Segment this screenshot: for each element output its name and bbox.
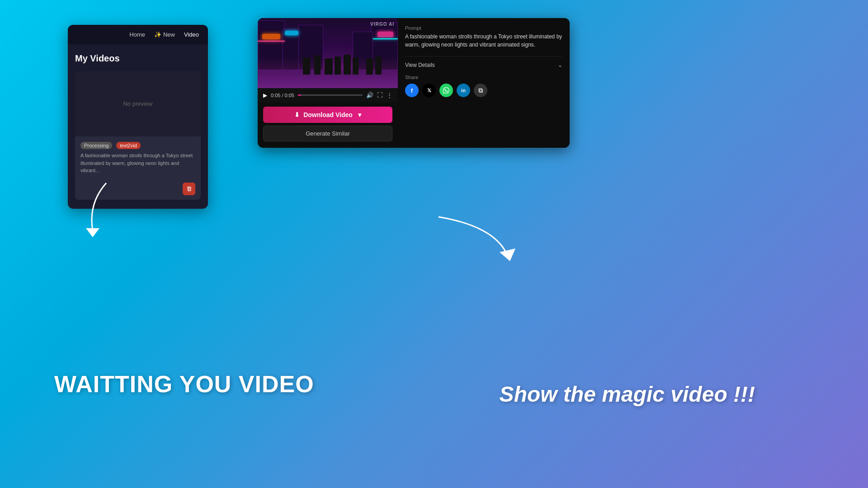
person-7 bbox=[366, 58, 373, 75]
arrow-right bbox=[402, 212, 529, 267]
video-card-info: Processing text2vid A fashionable woman … bbox=[75, 136, 201, 183]
neon-h-2 bbox=[373, 38, 398, 39]
view-details-label: View Details bbox=[405, 62, 435, 68]
copy-link-button[interactable]: ⧉ bbox=[474, 84, 487, 97]
panel-content: VIRGO AI ▶ 0:05 / 0:05 🔊 ⛶ ⋮ ⬇ Download … bbox=[258, 18, 570, 148]
person-2 bbox=[314, 56, 321, 75]
share-label: Share bbox=[405, 75, 562, 80]
person-3 bbox=[325, 58, 333, 75]
city-scene: VIRGO AI bbox=[258, 18, 398, 88]
neon-h-1 bbox=[258, 41, 285, 42]
nav-video[interactable]: Video bbox=[184, 31, 199, 38]
chevron-down-icon: ⌄ bbox=[558, 62, 562, 68]
time-display: 0:05 / 0:05 bbox=[271, 93, 294, 98]
prompt-label: Prompt bbox=[405, 25, 562, 31]
share-icons: f 𝕏 in ⧉ bbox=[405, 84, 562, 97]
neon-sign-3 bbox=[377, 32, 393, 37]
view-details-row[interactable]: View Details ⌄ bbox=[405, 56, 562, 68]
progress-bar[interactable] bbox=[298, 94, 363, 96]
generate-similar-button[interactable]: Generate Similar bbox=[263, 126, 392, 141]
my-videos-title: My Videos bbox=[75, 53, 201, 64]
status-badge: Processing bbox=[80, 142, 112, 149]
neon-sign-1 bbox=[262, 34, 280, 39]
progress-fill bbox=[298, 94, 301, 96]
prompt-text: A fashionable woman strolls through a To… bbox=[405, 33, 562, 49]
person-1 bbox=[303, 57, 310, 75]
person-6 bbox=[353, 57, 359, 75]
volume-button[interactable]: 🔊 bbox=[366, 92, 373, 99]
video-controls: ▶ 0:05 / 0:05 🔊 ⛶ ⋮ bbox=[258, 88, 398, 102]
delete-button[interactable]: 🗑 bbox=[183, 183, 195, 195]
person-4 bbox=[335, 56, 341, 75]
download-video-button[interactable]: ⬇ Download Video ▾ bbox=[263, 107, 392, 123]
bottom-left-annotation: WAITTING YOU VIDEO bbox=[54, 371, 314, 398]
share-linkedin-button[interactable]: in bbox=[457, 84, 470, 97]
svg-marker-0 bbox=[86, 228, 99, 237]
type-badge: text2vid bbox=[116, 142, 141, 149]
nav-home[interactable]: Home bbox=[129, 31, 145, 38]
watermark: VIRGO AI bbox=[370, 22, 394, 27]
bottom-right-annotation: Show the magic video !!! bbox=[500, 382, 755, 407]
arrow-left bbox=[79, 181, 115, 239]
person-5 bbox=[344, 55, 351, 75]
neon-sign-2 bbox=[285, 31, 298, 35]
nav-bar: Home ✨ New Video bbox=[68, 25, 208, 44]
play-button[interactable]: ▶ bbox=[263, 92, 267, 99]
more-options-button[interactable]: ⋮ bbox=[387, 92, 392, 99]
info-section: Prompt A fashionable woman strolls throu… bbox=[398, 18, 570, 148]
no-preview-text: No preview bbox=[123, 100, 152, 107]
share-twitter-button[interactable]: 𝕏 bbox=[422, 84, 436, 97]
video-thumbnail: VIRGO AI bbox=[258, 18, 398, 88]
share-facebook-button[interactable]: f bbox=[405, 84, 419, 97]
video-description: A fashionable woman strolls through a To… bbox=[80, 152, 195, 174]
sparkle-icon: ✨ bbox=[154, 31, 161, 38]
trash-icon: 🗑 bbox=[186, 185, 192, 192]
right-panel: VIRGO AI ▶ 0:05 / 0:05 🔊 ⛶ ⋮ ⬇ Download … bbox=[258, 18, 570, 148]
person-8 bbox=[375, 56, 382, 75]
video-preview-area: No preview bbox=[75, 71, 201, 136]
download-icon: ⬇ bbox=[294, 111, 300, 118]
svg-marker-1 bbox=[500, 249, 515, 261]
video-section: VIRGO AI ▶ 0:05 / 0:05 🔊 ⛶ ⋮ ⬇ Download … bbox=[258, 18, 398, 148]
video-card[interactable]: No preview Processing text2vid A fashion… bbox=[75, 71, 201, 200]
chevron-down-icon: ▾ bbox=[358, 111, 361, 118]
nav-new[interactable]: ✨ New bbox=[154, 31, 175, 38]
share-whatsapp-button[interactable] bbox=[439, 84, 453, 97]
fullscreen-button[interactable]: ⛶ bbox=[377, 92, 383, 99]
